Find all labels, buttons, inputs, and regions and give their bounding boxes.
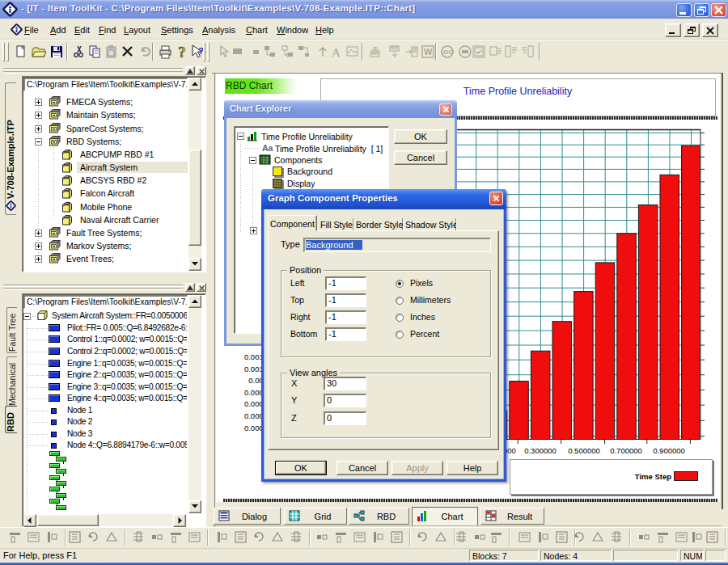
svg-text:A: A — [332, 46, 341, 59]
svg-text:?: ? — [179, 44, 186, 61]
svg-text:GO: GO — [443, 48, 453, 56]
svg-text:W: W — [424, 47, 433, 57]
